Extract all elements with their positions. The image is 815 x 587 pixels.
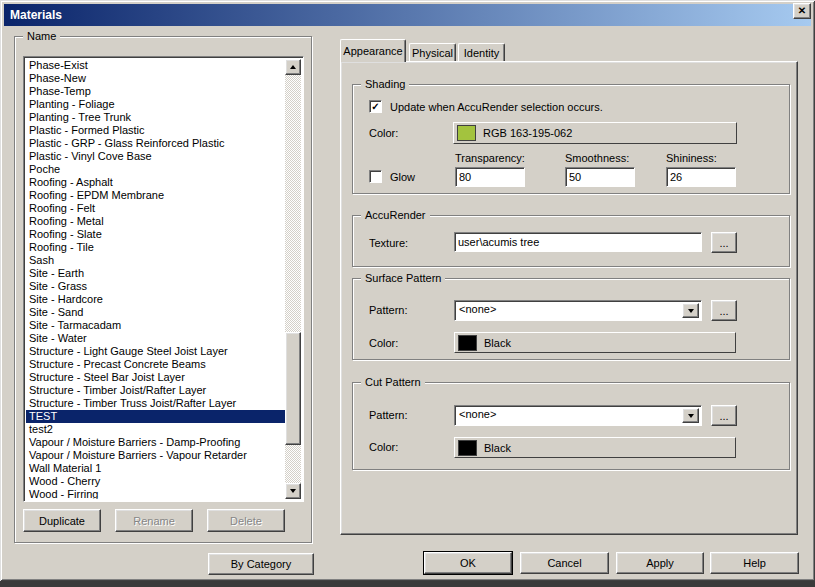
check-icon: ✓: [371, 102, 379, 112]
list-item[interactable]: Roofing - EPDM Membrane: [26, 189, 285, 202]
name-group: Name Phase-ExistPhase-NewPhase-TempPlant…: [14, 36, 312, 543]
surface-color-swatch: [458, 335, 477, 351]
list-item[interactable]: Site - Earth: [26, 267, 285, 280]
list-item[interactable]: Phase-Temp: [26, 85, 285, 98]
tab-appearance-label: Appearance: [343, 45, 402, 57]
list-item[interactable]: Roofing - Tile: [26, 241, 285, 254]
dropdown-arrow-icon: [688, 309, 694, 313]
list-scrollbar[interactable]: [285, 59, 301, 499]
cut-pattern-browse-button[interactable]: ...: [711, 405, 737, 426]
smoothness-input[interactable]: [565, 167, 635, 187]
surface-color-button[interactable]: Black: [454, 332, 736, 353]
scroll-down-button[interactable]: [285, 483, 301, 499]
list-item[interactable]: Roofing - Felt: [26, 202, 285, 215]
list-item[interactable]: Plastic - GRP - Glass Reinforced Plastic: [26, 137, 285, 150]
title-bar[interactable]: Materials: [4, 4, 811, 26]
list-item[interactable]: Phase-New: [26, 72, 285, 85]
scroll-up-icon: [290, 65, 296, 69]
smoothness-label: Smoothness:: [565, 152, 629, 164]
cut-pattern-dropdown-button[interactable]: [682, 408, 699, 423]
list-item[interactable]: Roofing - Asphalt: [26, 176, 285, 189]
rename-button: Rename: [115, 509, 193, 532]
list-item[interactable]: Structure - Steel Bar Joist Layer: [26, 371, 285, 384]
shading-group-label: Shading: [361, 78, 409, 90]
cut-color-button[interactable]: Black: [454, 437, 736, 458]
shading-group: Shading ✓ Update when AccuRender selecti…: [352, 84, 790, 194]
list-item[interactable]: Phase-Exist: [26, 59, 285, 72]
list-item[interactable]: Wall Material 1: [26, 462, 285, 475]
materials-dialog: Materials ✕ Name Phase-ExistPhase-NewPha…: [0, 0, 815, 581]
list-item[interactable]: TEST: [26, 410, 285, 423]
list-item[interactable]: Structure - Timber Joist/Rafter Layer: [26, 384, 285, 397]
shading-color-value: RGB 163-195-062: [483, 127, 572, 139]
by-category-button[interactable]: By Category: [208, 553, 314, 575]
surface-color-label: Color:: [369, 337, 398, 349]
texture-input[interactable]: [454, 232, 702, 252]
list-item[interactable]: Poche: [26, 163, 285, 176]
close-button[interactable]: ✕: [793, 3, 811, 19]
tab-appearance[interactable]: Appearance: [340, 39, 406, 62]
list-item[interactable]: Roofing - Metal: [26, 215, 285, 228]
list-item[interactable]: Site - Water: [26, 332, 285, 345]
list-item[interactable]: test2: [26, 423, 285, 436]
shading-color-swatch: [457, 125, 476, 141]
surface-pattern-browse-button[interactable]: ...: [711, 300, 737, 321]
tab-physical-label: Physical: [412, 47, 453, 59]
texture-browse-button[interactable]: ...: [711, 232, 737, 253]
cut-color-label: Color:: [369, 441, 398, 453]
list-item[interactable]: Site - Hardcore: [26, 293, 285, 306]
delete-button: Delete: [207, 509, 285, 532]
surface-pattern-group: Surface Pattern Pattern: <none> ... Colo…: [352, 278, 790, 360]
surface-pattern-select[interactable]: <none>: [454, 300, 702, 321]
surface-color-value: Black: [484, 337, 511, 349]
name-group-label: Name: [23, 30, 60, 42]
list-item[interactable]: Structure - Timber Truss Joist/Rafter La…: [26, 397, 285, 410]
transparency-input[interactable]: [455, 167, 525, 187]
list-item[interactable]: Sash: [26, 254, 285, 267]
shading-color-button[interactable]: RGB 163-195-062: [453, 122, 737, 144]
cut-pattern-value: <none>: [459, 408, 496, 420]
update-accurender-label: Update when AccuRender selection occurs.: [390, 101, 603, 113]
materials-list-items: Phase-ExistPhase-NewPhase-TempPlanting -…: [26, 59, 285, 499]
materials-list[interactable]: Phase-ExistPhase-NewPhase-TempPlanting -…: [23, 56, 304, 502]
list-item[interactable]: Plastic - Vinyl Cove Base: [26, 150, 285, 163]
dropdown-arrow-icon: [688, 414, 694, 418]
list-item[interactable]: Planting - Foliage: [26, 98, 285, 111]
shading-color-label: Color:: [369, 127, 398, 139]
ok-button[interactable]: OK: [424, 552, 512, 574]
cut-pattern-label: Pattern:: [369, 409, 408, 421]
surface-pattern-group-label: Surface Pattern: [361, 272, 445, 284]
glow-label: Glow: [390, 171, 415, 183]
list-item[interactable]: Plastic - Formed Plastic: [26, 124, 285, 137]
list-item[interactable]: Site - Tarmacadam: [26, 319, 285, 332]
tab-identity[interactable]: Identity: [458, 43, 505, 61]
list-item[interactable]: Wood - Cherry: [26, 475, 285, 488]
help-button[interactable]: Help: [710, 552, 799, 574]
list-item[interactable]: Structure - Precast Concrete Beams: [26, 358, 285, 371]
scroll-up-button[interactable]: [285, 59, 301, 75]
list-item[interactable]: Planting - Tree Trunk: [26, 111, 285, 124]
window-title: Materials: [10, 8, 62, 22]
cancel-button[interactable]: Cancel: [520, 552, 609, 574]
cut-color-value: Black: [484, 442, 511, 454]
list-item[interactable]: Structure - Light Gauge Steel Joist Laye…: [26, 345, 285, 358]
texture-label: Texture:: [369, 237, 408, 249]
apply-button[interactable]: Apply: [616, 552, 704, 574]
surface-pattern-dropdown-button[interactable]: [682, 303, 699, 318]
scroll-thumb[interactable]: [285, 332, 301, 445]
list-item[interactable]: Site - Grass: [26, 280, 285, 293]
list-item[interactable]: Roofing - Slate: [26, 228, 285, 241]
cut-pattern-select[interactable]: <none>: [454, 405, 702, 426]
tab-physical[interactable]: Physical: [409, 43, 456, 61]
list-item[interactable]: Wood - Firring: [26, 488, 285, 499]
cut-color-swatch: [458, 440, 477, 456]
list-item[interactable]: Vapour / Moisture Barriers - Damp-Proofi…: [26, 436, 285, 449]
list-item[interactable]: Vapour / Moisture Barriers - Vapour Reta…: [26, 449, 285, 462]
close-icon: ✕: [798, 6, 806, 16]
transparency-label: Transparency:: [455, 152, 525, 164]
list-item[interactable]: Site - Sand: [26, 306, 285, 319]
shininess-input[interactable]: [666, 167, 736, 187]
duplicate-button[interactable]: Duplicate: [23, 509, 101, 532]
update-accurender-checkbox[interactable]: ✓: [369, 100, 382, 113]
glow-checkbox[interactable]: [369, 170, 382, 183]
